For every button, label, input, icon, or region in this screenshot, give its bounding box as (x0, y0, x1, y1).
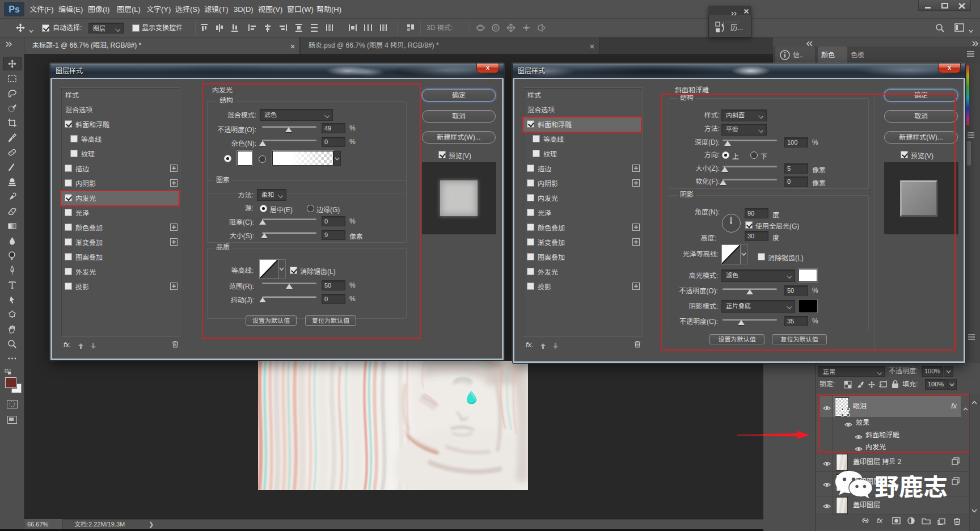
svg-text:野鹿志: 野鹿志 (875, 469, 948, 503)
